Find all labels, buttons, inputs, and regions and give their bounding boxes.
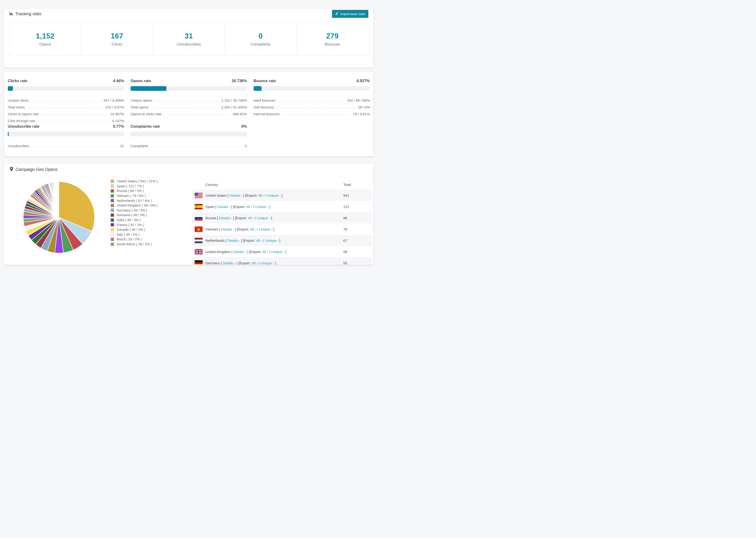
- export-unique-link[interactable]: Unique ›: [257, 216, 270, 220]
- details-link[interactable]: Details ›: [217, 205, 230, 209]
- country-total: 79: [343, 227, 347, 231]
- complaints-rate-title: Complaints rate: [131, 124, 160, 129]
- unsubscribe-rate-title: Unsubscribe rate: [8, 124, 39, 129]
- country-total: 67: [343, 239, 347, 242]
- table-row-spain: Spain[Details ›] [Export:All ›/Unique ›]…: [192, 201, 373, 212]
- flag-gb-icon: [195, 249, 203, 254]
- export-all-link[interactable]: All ›: [246, 205, 252, 209]
- flag-us-icon: [195, 193, 203, 198]
- tracking-stats-card: Tracking stats Export basic stats 1,152 …: [4, 8, 374, 68]
- export-all-link[interactable]: All ›: [256, 239, 262, 242]
- clicks-rate-bar: [8, 86, 124, 91]
- country-total: 541: [343, 193, 349, 197]
- legend-item: United Kingdom ( 59 / 3% ): [111, 203, 158, 208]
- country-total: 55: [343, 261, 347, 265]
- legend-swatch: [111, 213, 114, 217]
- stat-unsubscribes: 31 Unsubscribes: [153, 23, 225, 56]
- export-all-link[interactable]: All ›: [262, 250, 268, 254]
- legend-item: Canada ( 40 / 2% ): [111, 227, 158, 232]
- complaints-rate-value: 0%: [242, 124, 247, 129]
- complaints-rate-bar: [131, 132, 247, 136]
- legend-item: France ( 42 / 2% ): [111, 222, 158, 227]
- legend-swatch: [111, 233, 114, 236]
- details-link[interactable]: Details ›: [233, 250, 246, 254]
- country-name: Vietnam: [205, 227, 218, 231]
- bar-chart-icon: [9, 11, 13, 17]
- details-link[interactable]: Details ›: [223, 261, 236, 265]
- export-icon: [335, 12, 339, 16]
- geo-header: Campaign Geo Opens: [4, 163, 373, 176]
- country-total: 86: [343, 216, 347, 220]
- tracking-stats-header: Tracking stats Export basic stats: [4, 9, 374, 20]
- export-all-link[interactable]: All ›: [252, 261, 258, 265]
- country-column-header: Country: [205, 183, 218, 187]
- export-unique-link[interactable]: Unique ›: [255, 205, 269, 209]
- campaign-geo-opens-card: Campaign Geo Opens United States ( 541 /…: [4, 163, 374, 265]
- legend-swatch: [111, 180, 114, 183]
- opens-rate-value: 30.736%: [232, 79, 247, 83]
- clicks-rate-section: Clicks rate4.46% Unique clicks167 / 4.45…: [8, 79, 124, 123]
- legend-item: Netherlands ( 67 / 4% ): [111, 198, 158, 203]
- export-all-link[interactable]: All ›: [248, 216, 254, 220]
- export-all-link[interactable]: All ›: [258, 193, 264, 197]
- legend-item: Germany ( 55 / 3% ): [111, 208, 158, 213]
- country-name: United States: [205, 193, 227, 197]
- unsubscribe-rate-bar: [8, 132, 124, 136]
- stat-opens: 1,152 Opens: [9, 23, 81, 56]
- legend-swatch: [111, 194, 114, 198]
- export-unique-link[interactable]: Unique ›: [265, 239, 279, 242]
- country-name: Russia: [205, 216, 216, 220]
- export-unique-link[interactable]: Unique ›: [261, 261, 274, 265]
- legend-swatch: [111, 238, 114, 241]
- legend-swatch: [111, 204, 114, 207]
- table-row-united-kingdom: United Kingdom[Details ›] [Export:All ›/…: [192, 246, 373, 257]
- rates-card: Clicks rate4.46% Unique clicks167 / 4.45…: [4, 71, 374, 157]
- clicks-rate-title: Clicks rate: [8, 79, 27, 83]
- geo-countries-table: Country Total United States[Details ›] […: [192, 180, 373, 265]
- legend-item: Italy ( 36 / 2% ): [111, 232, 158, 237]
- clicks-count: 167: [111, 32, 123, 40]
- rate-item: Internal bounces19 / 6.81%: [253, 109, 370, 116]
- flag-vn-icon: [195, 227, 203, 232]
- opens-rate-title: Opens rate: [131, 79, 151, 83]
- rate-item: Click through rate4.147%: [8, 116, 124, 123]
- export-basic-stats-button[interactable]: Export basic stats: [332, 10, 368, 18]
- rate-item: Hard bounces242 / 86.738%: [253, 95, 370, 102]
- details-link[interactable]: Details ›: [227, 239, 240, 242]
- legend-swatch: [111, 242, 114, 246]
- stat-bounces: 279 Bounces: [297, 23, 368, 56]
- flag-ru-icon: [195, 215, 203, 221]
- rate-item: Total clicks220 / 5.87%: [8, 102, 124, 109]
- geo-opens-pie-chart: [21, 180, 96, 255]
- details-link[interactable]: Details ›: [221, 227, 234, 231]
- pie-legend: United States ( 541 / 31% ) Spain ( 121 …: [111, 179, 158, 246]
- rate-item: Soft bounces18 / 0%: [253, 102, 370, 109]
- unsubscribe-rate-value: 0.77%: [113, 124, 124, 129]
- legend-swatch: [111, 189, 114, 193]
- legend-swatch: [111, 208, 114, 212]
- legend-swatch: [111, 218, 114, 222]
- country-total: 121: [343, 205, 349, 209]
- details-link[interactable]: Details ›: [229, 193, 242, 197]
- bounce-rate-value: 6.927%: [357, 79, 370, 83]
- export-unique-link[interactable]: Unique ›: [271, 250, 285, 254]
- clicks-rate-value: 4.46%: [113, 79, 124, 83]
- geo-title-text: Campaign Geo Opens: [16, 167, 58, 172]
- bounce-rate-bar: [253, 86, 370, 91]
- geo-table-header: Country Total: [192, 180, 373, 190]
- table-row-netherlands: Netherlands[Details ›] [Export:All ›/Uni…: [192, 235, 373, 246]
- export-unique-link[interactable]: Unique ›: [259, 227, 272, 231]
- legend-swatch: [111, 184, 114, 188]
- legend-item: South Africa ( 29 / 2% ): [111, 242, 158, 247]
- bounce-rate-title: Bounce rate: [253, 79, 276, 83]
- tracking-stats-title: Tracking stats: [9, 11, 41, 17]
- export-unique-link[interactable]: Unique ›: [267, 193, 281, 197]
- country-name: United Kingdom: [205, 250, 231, 254]
- flag-es-icon: [195, 204, 203, 209]
- flag-nl-icon: [195, 238, 203, 243]
- export-all-link[interactable]: All ›: [250, 227, 256, 231]
- legend-item: India ( 46 / 3% ): [111, 218, 158, 223]
- details-link[interactable]: Details ›: [219, 216, 232, 220]
- map-pin-icon: [10, 167, 13, 173]
- rate-item: Opens to clicks rate689.82%: [131, 109, 247, 116]
